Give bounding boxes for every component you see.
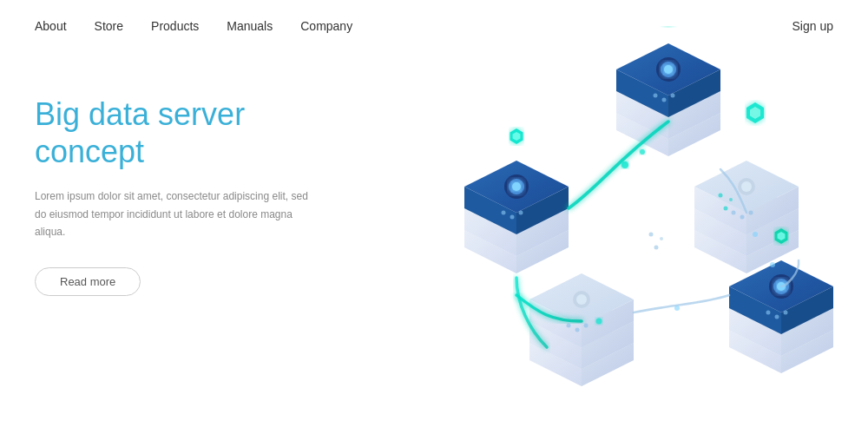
server-3	[694, 161, 799, 273]
hero-title: Big data server concept	[35, 95, 312, 170]
svg-point-92	[654, 246, 659, 250]
nav-manuals[interactable]: Manuals	[227, 19, 273, 33]
svg-point-45	[732, 211, 736, 215]
svg-point-83	[770, 262, 775, 267]
svg-point-89	[724, 207, 728, 211]
nav-links: About Store Products Manuals Company	[35, 19, 792, 33]
svg-point-87	[719, 194, 723, 198]
svg-point-80	[640, 149, 645, 155]
svg-point-14	[671, 94, 675, 98]
svg-point-13	[662, 98, 667, 102]
svg-point-60	[575, 328, 580, 332]
svg-point-44	[741, 181, 752, 192]
svg-point-91	[660, 237, 663, 240]
nav-about[interactable]: About	[35, 19, 67, 33]
svg-point-75	[775, 315, 779, 319]
svg-point-74	[766, 311, 771, 315]
svg-point-12	[654, 94, 658, 98]
svg-point-59	[567, 324, 571, 328]
svg-point-47	[749, 211, 753, 215]
svg-point-88	[729, 198, 733, 201]
svg-point-11	[664, 65, 673, 74]
nav-products[interactable]: Products	[151, 19, 199, 33]
svg-point-90	[649, 233, 654, 237]
server-4	[529, 273, 634, 386]
server-illustration	[330, 26, 868, 434]
svg-point-28	[512, 182, 521, 191]
nav-company[interactable]: Company	[300, 19, 352, 33]
hero-content: Big data server concept Lorem ipsum dolo…	[35, 95, 312, 296]
svg-point-30	[510, 215, 515, 220]
server-2	[464, 128, 569, 273]
svg-point-82	[753, 232, 758, 237]
svg-point-31	[519, 211, 523, 215]
hero-section: Big data server concept Lorem ipsum dolo…	[0, 52, 868, 434]
svg-point-76	[784, 311, 788, 315]
svg-point-58	[576, 294, 587, 305]
svg-point-61	[584, 324, 589, 328]
nav-store[interactable]: Store	[95, 19, 123, 33]
svg-point-79	[621, 161, 628, 168]
svg-point-81	[596, 319, 602, 325]
svg-point-29	[502, 211, 506, 215]
svg-point-46	[740, 215, 745, 220]
svg-point-84	[674, 306, 680, 311]
hero-description: Lorem ipsum dolor sit amet, consectetur …	[35, 187, 312, 240]
read-more-button[interactable]: Read more	[35, 267, 141, 296]
signup-link[interactable]: Sign up	[792, 19, 833, 33]
navbar: About Store Products Manuals Company Sig…	[0, 0, 868, 52]
